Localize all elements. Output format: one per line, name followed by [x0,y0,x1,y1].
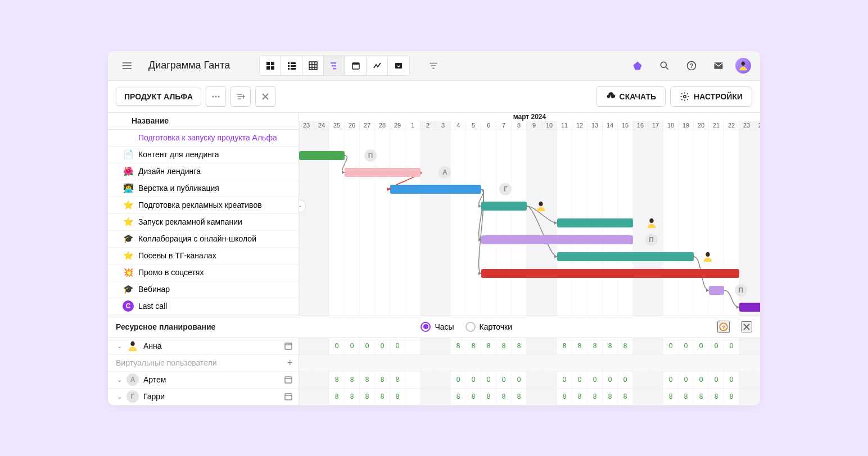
more-filter-button[interactable] [206,86,226,107]
month-label: март 2024 [299,113,760,121]
day-header-cell: 21 [709,121,724,130]
download-button[interactable]: СКАЧАТЬ [596,86,666,107]
assignee-chip[interactable]: П [364,149,377,162]
resource-hour-cell [603,355,618,371]
view-calendar[interactable] [345,56,367,75]
task-icon: 🌺 [123,166,134,176]
resource-user-row[interactable]: ⌄Анна [108,338,299,355]
resource-user-row[interactable]: ⌄ААртем [108,372,299,389]
calendar-icon[interactable] [284,341,293,350]
svg-rect-6 [288,65,290,67]
view-board[interactable] [260,56,281,75]
resource-hour-cell [542,355,557,371]
task-icon: ⭐ [123,200,134,210]
user-avatar[interactable] [735,58,751,74]
resource-close-button[interactable] [741,321,752,332]
view-gantt[interactable] [324,56,345,75]
assignee-chip[interactable]: А [438,166,451,179]
resource-user-row[interactable]: ⌄ГГарри [108,389,299,405]
chevron-down-icon: ⌄ [117,343,122,350]
resource-hour-cell [648,372,663,388]
filter-button[interactable] [423,56,444,76]
gantt-bar[interactable] [299,151,345,160]
gantt-bar[interactable] [390,185,481,194]
help-button[interactable]: ? [681,56,702,76]
resource-hour-cell: 8 [481,389,496,405]
resource-hour-cell [405,389,421,405]
assignee-avatar[interactable] [535,200,547,212]
gantt-row [299,265,760,282]
day-header-cell: 26 [345,121,360,130]
radio-cards[interactable]: Карточки [465,322,512,332]
add-filter-button[interactable] [230,86,251,107]
resource-hour-cell: 8 [390,389,405,405]
task-row[interactable]: ⭐Запуск рекламной кампании [108,214,299,231]
view-list[interactable] [281,56,302,75]
view-chart[interactable] [367,56,388,75]
column-header-name: Название [108,113,299,130]
search-icon [659,60,670,71]
svg-rect-12 [332,65,336,67]
task-row[interactable]: 👩‍💻Верстка и публикация [108,180,299,197]
gantt-bar[interactable] [557,218,633,227]
resource-hour-cell [329,355,345,371]
gantt-bar[interactable] [709,286,724,295]
task-row[interactable]: Подготовка к запуску продукта Альфа [108,130,299,147]
calendar-icon[interactable] [284,375,293,384]
gantt-bar[interactable] [481,202,527,211]
project-filter-chip[interactable]: ПРОДУКТ АЛЬФА [116,88,201,106]
gantt-bar[interactable] [557,252,694,261]
task-row[interactable]: 🎓Коллаборация с онлайн-школой [108,231,299,248]
virtual-users-row[interactable]: Виртуальные пользователи+ [108,355,299,372]
clear-filter-button[interactable] [255,86,275,107]
tag-button[interactable] [627,56,648,76]
search-button[interactable] [654,56,675,76]
assignee-chip[interactable]: П [735,284,747,297]
task-row[interactable]: 🎓Вебинар [108,281,299,298]
plus-icon[interactable]: + [287,357,293,369]
task-row[interactable]: 🌺Дизайн лендинга [108,163,299,180]
task-row[interactable]: СLast call [108,298,299,315]
resource-hour-cell: 8 [390,372,405,388]
resource-hour-cell [754,372,760,388]
gantt-bar[interactable] [345,168,421,177]
table-icon [309,61,318,70]
assignee-avatar[interactable] [702,250,714,263]
hamburger-icon [121,60,133,71]
resource-hour-cell: 8 [603,389,618,405]
resource-hour-cell: 0 [709,338,724,354]
day-header-cell: 8 [512,121,527,130]
mail-button[interactable] [708,56,729,76]
settings-button[interactable]: НАСТРОЙКИ [670,86,752,107]
svg-rect-4 [288,62,290,64]
gantt-bar[interactable] [481,269,739,278]
resource-hour-cell: 8 [466,338,481,354]
gantt-bar[interactable] [481,235,633,244]
resource-help-button[interactable]: ? [717,321,730,333]
resource-hour-cell [587,355,603,371]
resource-hour-cell [754,389,760,405]
svg-rect-34 [285,394,292,400]
menu-button[interactable] [117,56,137,76]
task-row[interactable]: 💥Промо в соцсетях [108,265,299,281]
calendar-icon[interactable] [284,392,293,401]
svg-text:?: ? [690,62,694,69]
task-row[interactable]: ⭐Посевы в ТГ-каналах [108,248,299,265]
gantt-row [299,215,760,231]
calendar-icon [351,61,360,70]
resource-hour-cell: 8 [375,389,390,405]
task-icon: ⭐ [123,217,134,227]
radio-hours[interactable]: Часы [421,322,454,332]
task-row[interactable]: ⭐Подготовка рекламных креативов [108,197,299,214]
gantt-row: Г [299,181,760,198]
task-row[interactable]: 📄Контент для лендинга [108,147,299,163]
assignee-avatar[interactable] [645,217,658,229]
view-archive[interactable] [388,56,409,75]
gantt-bar[interactable] [739,303,760,312]
assignee-chip[interactable]: П [645,234,658,246]
timeline-column: ↔ март 2024 2324252627282912345678910111… [299,113,760,316]
user-letter-icon: А [126,373,139,386]
resource-hour-cell [527,372,542,388]
assignee-chip[interactable]: Г [499,183,512,195]
view-table[interactable] [302,56,324,75]
